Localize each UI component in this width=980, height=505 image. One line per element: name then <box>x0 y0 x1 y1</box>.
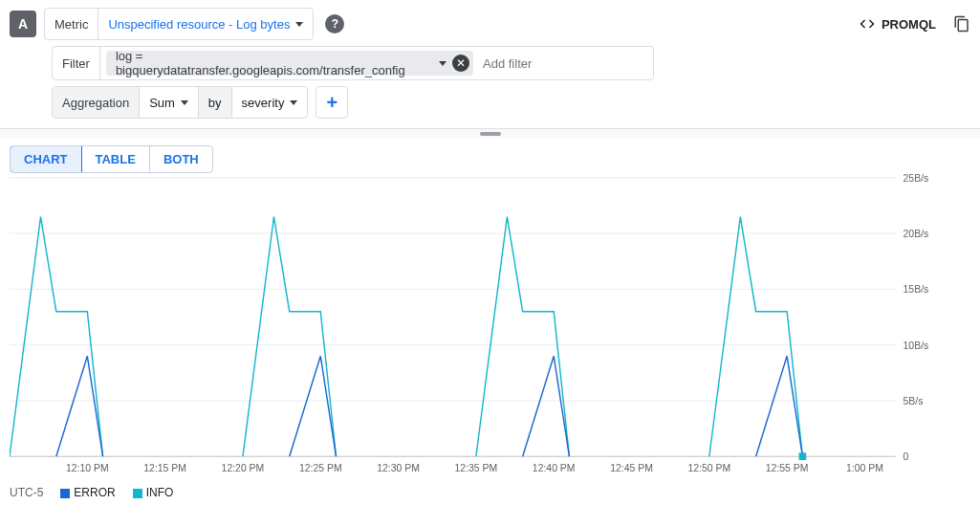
metric-value-text: Unspecified resource - Log bytes <box>108 17 290 32</box>
metric-selector[interactable]: Metric Unspecified resource - Log bytes <box>44 8 314 40</box>
tab-both[interactable]: BOTH <box>149 146 212 172</box>
chevron-down-icon <box>181 100 188 105</box>
svg-text:15B/s: 15B/s <box>904 283 929 295</box>
svg-rect-23 <box>799 452 807 460</box>
view-tabs: CHART TABLE BOTH <box>10 145 213 173</box>
filter-chip-text: log = bigquerydatatransfer.googleapis.co… <box>116 49 433 77</box>
svg-text:12:15 PM: 12:15 PM <box>143 462 186 473</box>
aggregation-selector[interactable]: Aggregation Sum by severity <box>52 86 308 119</box>
aggregation-by-label: by <box>198 87 232 118</box>
svg-text:12:10 PM: 12:10 PM <box>66 462 109 473</box>
svg-text:12:50 PM: 12:50 PM <box>687 462 730 473</box>
remove-filter-icon[interactable]: ✕ <box>452 55 469 72</box>
svg-text:12:25 PM: 12:25 PM <box>299 462 342 473</box>
legend-item-error[interactable]: ERROR <box>60 486 115 499</box>
svg-text:12:40 PM: 12:40 PM <box>533 462 576 473</box>
svg-text:1:00 PM: 1:00 PM <box>846 462 883 473</box>
svg-text:10B/s: 10B/s <box>904 339 929 350</box>
chevron-down-icon <box>439 61 446 66</box>
svg-text:12:20 PM: 12:20 PM <box>222 462 265 473</box>
resize-handle[interactable] <box>0 128 980 138</box>
svg-text:12:30 PM: 12:30 PM <box>377 462 420 473</box>
svg-text:12:45 PM: 12:45 PM <box>610 462 653 473</box>
promql-button[interactable]: PROMQL <box>859 15 936 33</box>
tab-chart[interactable]: CHART <box>10 145 82 173</box>
filter-chip[interactable]: log = bigquerydatatransfer.googleapis.co… <box>106 51 473 76</box>
tab-table[interactable]: TABLE <box>81 146 149 172</box>
metric-label: Metric <box>45 9 98 39</box>
aggregation-label: Aggregation <box>53 87 140 118</box>
svg-text:20B/s: 20B/s <box>904 228 929 239</box>
aggregation-groupby[interactable]: severity <box>232 87 308 118</box>
timezone-label: UTC-5 <box>10 486 43 499</box>
help-icon[interactable]: ? <box>325 14 344 33</box>
legend-item-info[interactable]: INFO <box>133 486 174 499</box>
chevron-down-icon <box>295 22 303 27</box>
code-icon <box>859 15 876 33</box>
metric-value[interactable]: Unspecified resource - Log bytes <box>98 9 313 39</box>
filter-label: Filter <box>53 47 100 79</box>
chart-canvas[interactable]: 05B/s10B/s15B/s20B/s25B/s12:10 PM12:15 P… <box>10 173 932 486</box>
svg-text:12:55 PM: 12:55 PM <box>766 462 809 473</box>
svg-text:5B/s: 5B/s <box>904 395 924 406</box>
filter-bar[interactable]: Filter log = bigquerydatatransfer.google… <box>52 46 654 80</box>
copy-icon[interactable] <box>953 15 970 33</box>
svg-text:12:35 PM: 12:35 PM <box>455 462 498 473</box>
promql-label: PROMQL <box>882 17 936 32</box>
svg-text:25B/s: 25B/s <box>904 173 929 184</box>
query-badge[interactable]: A <box>10 11 36 37</box>
chevron-down-icon <box>290 100 297 105</box>
add-aggregation-button[interactable]: + <box>316 86 348 119</box>
chart-legend: UTC-5 ERROR INFO <box>0 486 980 505</box>
add-filter-input[interactable] <box>473 56 653 71</box>
svg-text:0: 0 <box>904 450 909 462</box>
aggregation-function[interactable]: Sum <box>140 87 198 118</box>
